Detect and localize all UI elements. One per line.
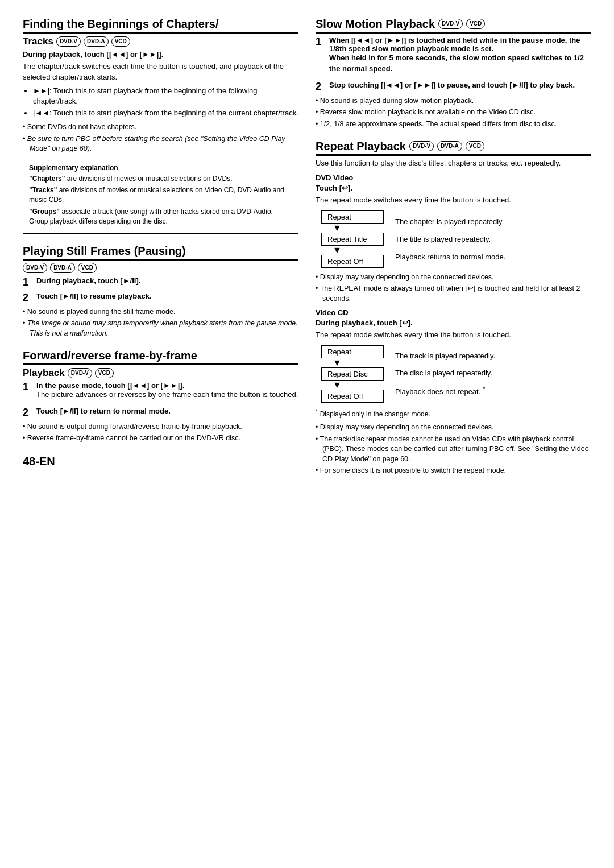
dvd-flow-desc-2: The title is played repeatedly.	[395, 235, 505, 243]
badge-dvd-v-rp: DVD-V	[409, 141, 434, 151]
slow-step-num-2: 2	[316, 81, 326, 93]
vcd-touch-label: During playback, touch [↩].	[316, 318, 591, 329]
frame-step-2: 2 Touch [►/II] to return to normal mode.	[23, 407, 298, 419]
slow-step-subtitle-1: When held in for 5 more seconds, the slo…	[329, 53, 591, 75]
vcd-flow-box-repeat: Repeat	[321, 345, 384, 358]
dvd-repeat-text: The repeat mode switches every time the …	[316, 195, 591, 206]
dvd-flow-arrow-2: ▼	[333, 246, 342, 255]
section-frame-by-frame: Forward/reverse frame-by-frame Playback …	[23, 349, 298, 444]
repeat-title-text: Repeat Playback	[316, 139, 406, 153]
badge-vcd-rp: VCD	[466, 141, 484, 151]
vcd-flow-desc-2: The disc is played repeatedly.	[395, 369, 495, 377]
asterisk-mark: *	[483, 386, 485, 392]
vcd-flow-desc-3: Playback does not repeat. *	[395, 386, 495, 396]
during-playback-text-1: The chapter/track switches each time the…	[23, 61, 298, 83]
still-notes: No sound is played during the still fram…	[23, 307, 298, 339]
finding-bullet-1: ►►|: Touch this to start playback from t…	[33, 86, 298, 108]
badge-dvd-a-2: DVD-A	[50, 263, 75, 273]
vcd-flow-arrow-2: ▼	[333, 381, 342, 390]
finding-note-2: Be sure to turn PBC off before starting …	[23, 134, 298, 154]
vcd-flow-boxes: Repeat ▼ Repeat Disc ▼ Repeat Off	[321, 345, 384, 403]
tracks-subtitle: Tracks DVD-V DVD-A VCD	[23, 36, 298, 47]
section-repeat-playback: Repeat Playback DVD-V DVD-A VCD Use this…	[316, 139, 591, 476]
badge-dvd-a-rp: DVD-A	[437, 141, 462, 151]
step-content-1: During playback, touch [►/II].	[36, 276, 298, 288]
slow-notes: No sound is played during slow motion pl…	[316, 96, 591, 130]
frame-by-frame-title-text: Forward/reverse frame-by-frame	[23, 349, 197, 362]
slow-step-2: 2 Stop touching [|◄◄] or [►►|] to pause,…	[316, 81, 591, 93]
frame-step-num-2: 2	[23, 407, 33, 419]
repeat-intro: Use this function to play the disc's tit…	[316, 158, 591, 169]
section-slow-motion: Slow Motion Playback DVD-V VCD 1 When [|…	[316, 17, 591, 129]
section-finding-chapters: Finding the Beginnings of Chapters/ Trac…	[23, 17, 298, 234]
dvd-flow-desc-1: The chapter is played repeatedly.	[395, 217, 505, 226]
supp-item-2: "Tracks" are divisions of movies or musi…	[29, 185, 292, 205]
badge-vcd-3: VCD	[95, 368, 114, 378]
slow-step-content-2: Stop touching [|◄◄] or [►►|] to pause, a…	[329, 81, 591, 93]
vcd-flow-diagram: Repeat ▼ Repeat Disc ▼ Repeat Off The tr…	[321, 345, 591, 403]
vcd-flow-arrow-1: ▼	[333, 358, 342, 367]
still-step-1: 1 During playback, touch [►/II].	[23, 276, 298, 288]
frame-note-1: No sound is output during forward/revers…	[23, 422, 298, 432]
slow-note-1: No sound is played during slow motion pl…	[316, 96, 591, 106]
final-note-1: Display may vary depending on the connec…	[316, 423, 591, 433]
frame-notes: No sound is output during forward/revers…	[23, 422, 298, 444]
final-note-2: The track/disc repeat modes cannot be us…	[316, 435, 591, 465]
dvd-repeat-notes: Display may vary depending on the connec…	[316, 272, 591, 304]
frame-step-content-1: In the pause mode, touch [|◄◄] or [►►|].…	[36, 381, 298, 403]
slow-note-2: Reverse slow motion playback is not avai…	[316, 108, 591, 118]
page-number: 48-EN	[23, 455, 298, 468]
vcd-flow-desc-1: The track is played repeatedly.	[395, 352, 495, 360]
finding-title-text: Finding the Beginnings of Chapters/	[23, 18, 218, 30]
badge-dvd-v-2: DVD-V	[23, 263, 47, 273]
slow-step-1: 1 When [|◄◄] or [►►|] is touched and hel…	[316, 36, 591, 77]
vcd-flow-box-disc: Repeat Disc	[321, 367, 384, 381]
finding-bullet-2: |◄◄: Touch this to start playback from t…	[33, 108, 298, 119]
still-frames-badges: DVD-V DVD-A VCD	[23, 263, 298, 273]
vcd-flow-descriptions: The track is played repeatedly. The disc…	[395, 345, 495, 403]
vcd-repeat-text: The repeat mode switches every time the …	[316, 330, 591, 341]
supplementary-box: Supplementary explanation "Chapters" are…	[23, 159, 298, 234]
dvd-flow-boxes: Repeat ▼ Repeat Title ▼ Repeat Off	[321, 210, 384, 268]
badge-dvd-a-1: DVD-A	[84, 36, 109, 47]
step-content-2: Touch [►/II] to resume playback.	[36, 292, 298, 304]
frame-step-title-2: Touch [►/II] to return to normal mode.	[36, 407, 171, 415]
during-playback-label-1: During playback, touch [|◄◄] or [►►|].	[23, 49, 298, 60]
dvd-flow-desc-3: Playback returns to normal mode.	[395, 253, 505, 261]
section-still-frames: Playing Still Frames (Pausing) DVD-V DVD…	[23, 244, 298, 339]
step-title-2: Touch [►/II] to resume playback.	[36, 292, 152, 300]
dvd-video-label: DVD Video	[316, 173, 591, 182]
vcd-flow-box-off: Repeat Off	[321, 390, 384, 403]
still-note-2: The image or sound may stop temporarily …	[23, 319, 298, 338]
slow-step-title-2: Stop touching [|◄◄] or [►►|] to pause, a…	[329, 81, 575, 89]
badge-dvd-v-3: DVD-V	[68, 368, 92, 378]
dvd-flow-box-off: Repeat Off	[321, 255, 384, 268]
frame-step-num-1: 1	[23, 381, 33, 403]
frame-step-text-1: The picture advances or reverses by one …	[36, 390, 298, 400]
dvd-note-2: The REPEAT mode is always turned off whe…	[316, 284, 591, 304]
slow-motion-title: Slow Motion Playback DVD-V VCD	[316, 17, 591, 34]
left-column: Finding the Beginnings of Chapters/ Trac…	[23, 17, 298, 486]
finding-note-1: Some DVDs do not have chapters.	[23, 122, 298, 133]
supp-item-1: "Chapters" are divisions of movies or mu…	[29, 174, 292, 184]
slow-step-content-1: When [|◄◄] or [►►|] is touched and held …	[329, 36, 591, 77]
slow-step-num-1: 1	[316, 36, 326, 77]
final-note-3: For some discs it is not possible to swi…	[316, 466, 591, 476]
step-num-1: 1	[23, 276, 33, 288]
playback-label: Playback	[23, 367, 65, 379]
slow-motion-title-text: Slow Motion Playback	[316, 17, 435, 31]
supplementary-title: Supplementary explanation	[29, 164, 292, 172]
badge-vcd-1: VCD	[111, 36, 130, 47]
asterisk-note: * Displayed only in the changer mode.	[316, 407, 591, 419]
playback-subtitle: Playback DVD-V VCD	[23, 367, 298, 379]
slow-note-3: 1/2, 1/8 are approximate speeds. The act…	[316, 119, 591, 130]
badge-dvd-v-sm: DVD-V	[438, 19, 463, 29]
frame-step-1: 1 In the pause mode, touch [|◄◄] or [►►|…	[23, 381, 298, 403]
video-cd-label: Video CD	[316, 308, 591, 317]
dvd-touch-label: Touch [↩].	[316, 183, 591, 194]
section-finding-title: Finding the Beginnings of Chapters/	[23, 17, 298, 34]
supp-item-3: "Groups" associate a track (one song) wi…	[29, 207, 292, 227]
still-frames-title: Playing Still Frames (Pausing)	[23, 244, 298, 261]
frame-step-content-2: Touch [►/II] to return to normal mode.	[36, 407, 298, 419]
frame-note-2: Reverse frame-by-frame cannot be carried…	[23, 433, 298, 444]
